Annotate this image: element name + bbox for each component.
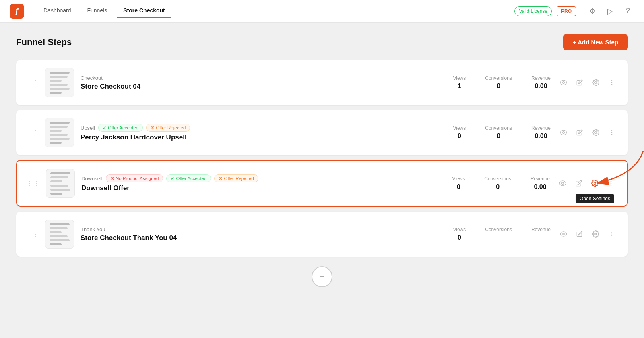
badge-no-product-assigned: ⊗ No Product Assigned (106, 174, 163, 182)
more-options-icon[interactable] (605, 76, 618, 89)
step-thumbnail (45, 220, 74, 249)
svg-point-19 (611, 236, 612, 236)
stat-revenue: Revenue 0.00 (530, 176, 550, 191)
stat-conversions: Conversions - (485, 227, 512, 241)
step-thumbnail (45, 118, 74, 147)
stat-views: Views 0 (453, 125, 466, 140)
nav-link-dashboard[interactable]: Dashboard (37, 4, 78, 18)
badge-offer-rejected: ⊗ Offer Rejected (146, 124, 190, 132)
stat-revenue: Revenue 0.00 (531, 125, 551, 140)
view-icon[interactable] (557, 76, 570, 89)
step-stats: Views 0 Conversions - Revenue - (453, 227, 551, 241)
play-icon-btn[interactable]: ▷ (604, 5, 617, 18)
svg-point-18 (611, 234, 612, 234)
svg-point-14 (611, 185, 611, 185)
funnel-header: Funnel Steps + Add New Step (16, 34, 628, 50)
step-actions: Open Settings (556, 177, 617, 190)
more-options-icon[interactable] (605, 177, 617, 190)
navbar: ƒ Dashboard Funnels Store Checkout Valid… (0, 0, 644, 23)
step-card-downsell: ⋮⋮ Downsell ⊗ No Product Assigned✓ Offer… (16, 160, 628, 207)
settings-gear-icon[interactable]: Open Settings (588, 177, 601, 190)
svg-point-7 (611, 131, 612, 131)
step-name: Store Checkout Thank You 04 (80, 234, 446, 242)
view-icon[interactable] (557, 126, 570, 139)
add-step-circle-button[interactable]: + (312, 266, 332, 287)
svg-point-2 (611, 81, 612, 81)
license-badge: Valid License (514, 6, 552, 16)
step-card-thankyou: ⋮⋮ Thank You Store Checkout Thank You 04… (16, 212, 628, 257)
svg-point-16 (595, 233, 597, 235)
svg-point-15 (563, 233, 565, 235)
step-card-upsell: ⋮⋮ Upsell ✓ Offer Accepted⊗ Offer Reject… (16, 110, 628, 155)
badge-offer-accepted: ✓ Offer Accepted (98, 124, 143, 132)
stat-conversions: Conversions 0 (485, 75, 512, 90)
step-actions (557, 76, 618, 89)
drag-handle[interactable]: ⋮⋮ (26, 79, 39, 87)
more-options-icon[interactable] (605, 228, 618, 241)
edit-icon[interactable] (573, 76, 586, 89)
nav-link-funnels[interactable]: Funnels (81, 4, 114, 18)
help-icon-btn[interactable]: ? (621, 5, 634, 18)
stat-revenue: Revenue 0.00 (531, 75, 551, 90)
step-card-checkout: ⋮⋮ Checkout Store Checkout 04 Views 1 (16, 60, 628, 105)
stat-views: Views 0 (453, 227, 466, 241)
step-type: Thank You (80, 226, 446, 232)
edit-icon[interactable] (573, 126, 586, 139)
nav-right: Valid License PRO ⚙ ▷ ? (514, 5, 634, 18)
view-icon[interactable] (556, 177, 569, 190)
app-logo: ƒ (10, 4, 24, 19)
svg-point-8 (611, 132, 612, 133)
step-stats: Views 1 Conversions 0 Revenue 0.00 (453, 75, 551, 90)
svg-point-12 (611, 181, 611, 182)
svg-point-0 (563, 82, 565, 84)
svg-point-13 (611, 183, 611, 183)
svg-point-9 (611, 134, 612, 135)
edit-icon[interactable] (573, 228, 586, 241)
svg-point-10 (562, 182, 564, 185)
step-stats: Views 0 Conversions 0 Revenue 0.00 (453, 125, 551, 140)
stat-views: Views 0 (452, 176, 465, 191)
main-content: Funnel Steps + Add New Step ⋮⋮ Checkout … (0, 23, 644, 299)
nav-links: Dashboard Funnels Store Checkout (37, 4, 502, 18)
step-thumbnail (45, 68, 74, 97)
drag-handle[interactable]: ⋮⋮ (26, 129, 39, 137)
add-new-step-button[interactable]: + Add New Step (563, 34, 628, 50)
svg-point-3 (611, 82, 612, 83)
step-stats: Views 0 Conversions 0 Revenue 0.00 (452, 176, 550, 191)
settings-gear-icon[interactable] (589, 228, 602, 241)
stat-revenue: Revenue - (531, 227, 551, 241)
svg-point-5 (563, 132, 565, 134)
settings-gear-icon[interactable] (589, 126, 602, 139)
step-actions (557, 228, 618, 241)
edit-icon[interactable] (572, 177, 585, 190)
page-title: Funnel Steps (16, 37, 72, 48)
more-options-icon[interactable] (605, 126, 618, 139)
svg-point-1 (595, 82, 597, 84)
badge-offer-accepted: ✓ Offer Accepted (166, 174, 211, 182)
step-actions (557, 126, 618, 139)
step-info: Downsell ⊗ No Product Assigned✓ Offer Ac… (81, 174, 446, 192)
nav-divider (581, 6, 581, 17)
step-info: Upsell ✓ Offer Accepted⊗ Offer Rejected … (80, 124, 446, 141)
svg-point-4 (611, 84, 612, 85)
pro-badge: PRO (557, 6, 576, 16)
view-icon[interactable] (557, 228, 570, 241)
svg-point-6 (595, 132, 597, 134)
settings-icon-btn[interactable]: ⚙ (586, 5, 599, 18)
settings-gear-icon[interactable] (589, 76, 602, 89)
svg-point-17 (611, 232, 612, 232)
stat-views: Views 1 (453, 75, 466, 90)
badge-offer-rejected: ⊗ Offer Rejected (214, 174, 258, 182)
step-thumbnail (46, 169, 75, 198)
drag-handle[interactable]: ⋮⋮ (26, 230, 39, 238)
step-name: Downsell Offer (81, 184, 446, 192)
plus-icon: + (320, 272, 325, 282)
step-info: Checkout Store Checkout 04 (80, 75, 446, 91)
step-name: Percy Jackson Hardcover Upsell (80, 133, 446, 141)
drag-handle[interactable]: ⋮⋮ (27, 180, 39, 187)
settings-tooltip: Open Settings (576, 194, 614, 203)
steps-list: ⋮⋮ Checkout Store Checkout 04 Views 1 (16, 60, 628, 257)
step-type: Upsell ✓ Offer Accepted⊗ Offer Rejected (80, 124, 446, 132)
step-type: Downsell ⊗ No Product Assigned✓ Offer Ac… (81, 174, 446, 182)
nav-link-store-checkout[interactable]: Store Checkout (117, 4, 171, 18)
